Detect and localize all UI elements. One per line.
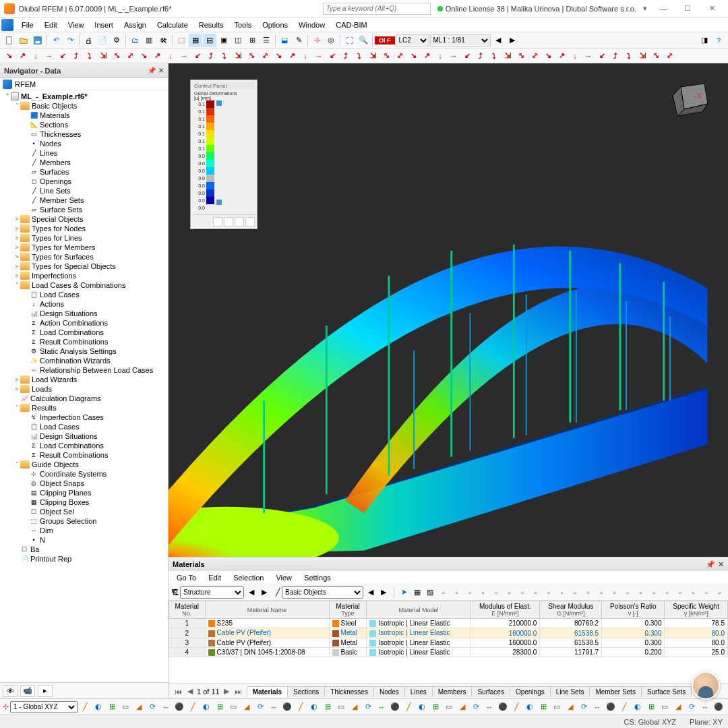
- iso-cube-icon[interactable]: ◨: [698, 34, 711, 47]
- tree-load-combinations[interactable]: ΣLoad Combinations: [0, 328, 168, 337]
- edit-tool-3[interactable]: →: [43, 50, 55, 62]
- tree-basic-objects[interactable]: ˅Basic Objects: [0, 101, 168, 111]
- edit-tool-46[interactable]: ⤵: [623, 50, 635, 62]
- mat-tool-16-icon[interactable]: ▫: [648, 586, 660, 599]
- tree-design-situations[interactable]: 📊Design Situations: [0, 431, 168, 441]
- edit-tool-17[interactable]: ⇲: [232, 50, 244, 62]
- tb-add-icon[interactable]: ▦: [411, 586, 423, 599]
- mat-tool-14-icon[interactable]: ▫: [621, 586, 634, 599]
- status-tool-15-icon[interactable]: ⚫: [281, 701, 293, 713]
- mat-tool-13-icon[interactable]: ▫: [609, 586, 621, 599]
- edit-tool-26[interactable]: ⤵: [353, 50, 365, 62]
- edit-tool-33[interactable]: →: [448, 50, 460, 62]
- menu-results[interactable]: Results: [193, 20, 229, 30]
- tree-guide-objects[interactable]: ˅Guide Objects: [0, 460, 168, 469]
- objects-select[interactable]: Basic Objects: [282, 586, 363, 599]
- tree-groups-selection[interactable]: ⬚Groups Selection: [0, 516, 168, 526]
- tree-result-combinations[interactable]: ΣResult Combinations: [0, 450, 168, 460]
- edit-tool-22[interactable]: ↓: [299, 50, 311, 62]
- mat-tool-10-icon[interactable]: ▫: [569, 586, 581, 599]
- materials-table[interactable]: MaterialNo.Material NameMaterialTypeMate…: [169, 601, 728, 684]
- close-button[interactable]: ✕: [700, 1, 724, 17]
- tab-lines[interactable]: Lines: [404, 686, 433, 697]
- tree-static-analysis-settings[interactable]: ⚙Static Analysis Settings: [0, 346, 168, 356]
- sections-icon[interactable]: ⬓: [278, 34, 291, 47]
- tree-coordinate-systems[interactable]: ⊹Coordinate Systems: [0, 469, 168, 479]
- tree-imperfections[interactable]: >Imperfections: [0, 271, 168, 280]
- load-case-select[interactable]: LC2: [396, 34, 429, 47]
- menu-view[interactable]: View: [63, 20, 90, 30]
- cs-select[interactable]: 1 - Global XYZ: [10, 701, 78, 713]
- status-tool-36-icon[interactable]: ◢: [564, 701, 576, 713]
- status-tool-41-icon[interactable]: ◐: [632, 701, 644, 713]
- edit-tool-49[interactable]: ⤢: [663, 50, 675, 62]
- edit-tool-42[interactable]: ↓: [569, 50, 581, 62]
- tab-members[interactable]: Members: [432, 686, 473, 697]
- nav-tab-views-icon[interactable]: ▸: [38, 685, 53, 697]
- report-icon[interactable]: 📄: [96, 34, 109, 47]
- edit-tool-0[interactable]: ↘: [3, 50, 15, 62]
- status-tool-30-icon[interactable]: ↔: [483, 701, 495, 713]
- edit-tool-29[interactable]: ⤢: [394, 50, 406, 62]
- redo-icon[interactable]: ↷: [63, 34, 77, 47]
- print-icon[interactable]: 🖨: [82, 34, 95, 47]
- tab-line-sets[interactable]: Line Sets: [550, 686, 590, 697]
- tree-load-cases[interactable]: 📋Load Cases: [0, 290, 168, 299]
- edit-tool-11[interactable]: ↗: [151, 50, 163, 62]
- edit-tool-27[interactable]: ⇲: [367, 50, 379, 62]
- tree-imperfection-cases[interactable]: ↯Imperfection Cases: [0, 413, 168, 422]
- mat-menu-view[interactable]: View: [270, 572, 297, 583]
- table-row[interactable]: 4 C30/37 | DIN 1045-1:2008-08 Basic Isot…: [169, 648, 728, 657]
- status-tool-1-icon[interactable]: ◐: [92, 701, 104, 713]
- status-tool-13-icon[interactable]: ⟳: [254, 701, 266, 713]
- coord-icon[interactable]: ⊹: [310, 34, 324, 47]
- status-tool-7-icon[interactable]: ⚫: [173, 701, 185, 713]
- mat-menu-edit[interactable]: Edit: [203, 572, 226, 583]
- status-tool-8-icon[interactable]: ╱: [187, 701, 199, 713]
- close-panel-icon[interactable]: ✕: [158, 67, 164, 74]
- status-tool-31-icon[interactable]: ⚫: [497, 701, 509, 713]
- status-tool-47-icon[interactable]: ⚫: [712, 701, 725, 713]
- view-top-icon[interactable]: ▣: [217, 34, 231, 47]
- tree-members[interactable]: ╱Members: [0, 158, 168, 167]
- status-tool-12-icon[interactable]: ◢: [241, 701, 253, 713]
- tree-result-combinations[interactable]: ΣResult Combinations: [0, 337, 168, 346]
- menu-options[interactable]: Options: [257, 20, 293, 30]
- cp-btn-3-icon[interactable]: [235, 217, 244, 226]
- cp-btn-4-icon[interactable]: [245, 217, 255, 226]
- tree-lines[interactable]: ╱Lines: [0, 148, 168, 158]
- edit-tool-23[interactable]: →: [313, 50, 325, 62]
- menu-calculate[interactable]: Calculate: [152, 20, 193, 30]
- edit-tool-31[interactable]: ↗: [421, 50, 433, 62]
- edit-tool-41[interactable]: ↗: [555, 50, 568, 62]
- mat-tool-5-icon[interactable]: ▫: [504, 586, 516, 599]
- status-tool-24-icon[interactable]: ╱: [402, 701, 415, 713]
- edit-tool-44[interactable]: ↙: [596, 50, 608, 62]
- edit-tool-43[interactable]: →: [582, 50, 595, 62]
- tree-openings[interactable]: ◻Openings: [0, 177, 168, 186]
- status-tool-0-icon[interactable]: ╱: [79, 701, 91, 713]
- keyword-search-input[interactable]: [323, 3, 431, 15]
- edit-tool-24[interactable]: ↙: [326, 50, 338, 62]
- pager-last-icon[interactable]: ⏭: [233, 688, 244, 696]
- tree-types-for-surfaces[interactable]: >Types for Surfaces: [0, 252, 168, 262]
- edit-tool-32[interactable]: ↓: [434, 50, 446, 62]
- tree-object-sel[interactable]: ☐Object Sel: [0, 507, 168, 516]
- help-icon[interactable]: ?: [712, 34, 725, 47]
- control-panel[interactable]: Control Panel Global Deformations |u| [m…: [190, 80, 257, 229]
- maximize-button[interactable]: ☐: [675, 1, 700, 17]
- panel-icon[interactable]: ▥: [142, 34, 156, 47]
- tab-openings[interactable]: Openings: [510, 686, 551, 697]
- mat-tool-21-icon[interactable]: ▫: [714, 586, 726, 599]
- tree-clipping-planes[interactable]: ▤Clipping Planes: [0, 488, 168, 497]
- mat-tool-12-icon[interactable]: ▫: [595, 586, 607, 599]
- status-tool-5-icon[interactable]: ⟳: [146, 701, 158, 713]
- view-iso-icon[interactable]: ⬚: [175, 34, 188, 47]
- save-file-icon[interactable]: [31, 34, 44, 47]
- tree-results[interactable]: ˅Results: [0, 403, 168, 413]
- tree-line-sets[interactable]: ╱Line Sets: [0, 186, 168, 195]
- menu-insert[interactable]: Insert: [89, 20, 119, 30]
- tree-dim[interactable]: ↔Dim: [0, 526, 168, 535]
- tree-calculation-diagrams[interactable]: 📈Calculation Diagrams: [0, 394, 168, 403]
- view-grid-icon[interactable]: ⊞: [245, 34, 259, 47]
